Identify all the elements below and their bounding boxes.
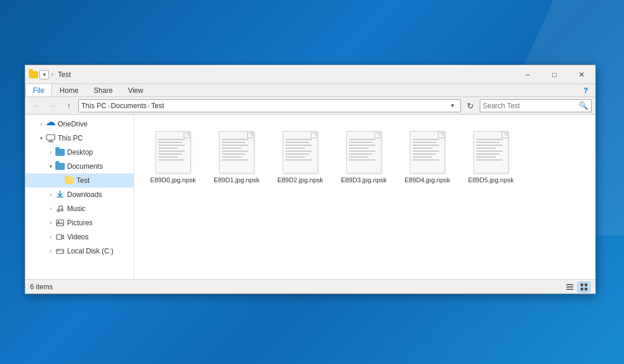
view-buttons	[563, 282, 590, 292]
breadcrumb: This PC › Documents › Test	[81, 102, 447, 110]
quick-access-icon: ▾	[39, 70, 49, 79]
svg-rect-12	[566, 289, 573, 290]
address-bar: This PC › Documents › Test ▾	[78, 99, 461, 112]
svg-rect-10	[566, 284, 573, 285]
sidebar-label-onedrive: OneDrive	[58, 120, 88, 128]
tab-share[interactable]: Share	[86, 84, 120, 96]
localdisk-icon	[55, 246, 65, 256]
up-button[interactable]: ↑	[62, 99, 76, 112]
sidebar-label-documents: Documents	[67, 162, 103, 171]
file-name-3: E89D3.jpg.npsk	[341, 176, 387, 184]
sidebar-item-test[interactable]: Test	[25, 173, 134, 188]
title-bar: ▾ › Test – □ ✕	[25, 65, 595, 84]
forward-button[interactable]: →	[45, 99, 59, 112]
view-details-button[interactable]	[563, 282, 576, 292]
file-name-1: E89D1.jpg.npsk	[214, 176, 260, 184]
expand-icon-test	[56, 176, 64, 185]
file-item[interactable]: E89D1.jpg.npsk	[207, 122, 266, 189]
breadcrumb-sep2: ›	[148, 102, 150, 109]
svg-rect-1	[49, 141, 52, 142]
file-item[interactable]: E89D2.jpg.npsk	[271, 122, 330, 189]
file-explorer-window: ▾ › Test – □ ✕ File Home Share View ? ← …	[25, 65, 596, 294]
tab-view[interactable]: View	[120, 84, 151, 96]
status-count: 6 items	[30, 283, 53, 291]
help-button[interactable]: ?	[579, 84, 593, 96]
sidebar-item-thispc[interactable]: ▾ This PC	[25, 131, 134, 145]
test-folder-icon	[64, 175, 75, 186]
sidebar-item-desktop[interactable]: › Desktop	[25, 145, 134, 159]
title-bar-icons: ▾ ›	[25, 70, 58, 79]
svg-point-9	[62, 251, 63, 252]
svg-point-4	[61, 209, 63, 211]
tab-file[interactable]: File	[25, 84, 52, 96]
refresh-button[interactable]: ↻	[463, 99, 477, 112]
breadcrumb-documents[interactable]: Documents	[111, 102, 147, 110]
window-controls: – □ ✕	[514, 65, 595, 84]
back-button[interactable]: ←	[29, 99, 43, 112]
expand-icon-documents: ▾	[47, 162, 55, 171]
sidebar-item-videos[interactable]: › Videos	[25, 230, 134, 244]
breadcrumb-test[interactable]: Test	[151, 102, 164, 110]
svg-rect-13	[580, 283, 583, 286]
svg-point-6	[58, 221, 59, 223]
sidebar-label-desktop: Desktop	[67, 148, 93, 156]
sidebar-item-localdisk[interactable]: › Local Disk (C:)	[25, 244, 134, 258]
svg-rect-5	[57, 220, 64, 226]
file-name-0: E89D0.jpg.npsk	[150, 176, 196, 184]
desktop-folder-icon	[55, 147, 65, 158]
close-button[interactable]: ✕	[568, 65, 595, 84]
expand-icon-pictures: ›	[47, 219, 55, 227]
file-icon-0	[152, 126, 194, 173]
expand-icon-thispc: ▾	[37, 134, 45, 142]
search-box: 🔍	[480, 99, 592, 112]
expand-icon-localdisk: ›	[47, 247, 55, 255]
music-icon	[55, 203, 65, 214]
svg-rect-2	[48, 142, 54, 142]
file-name-5: E89D5.jpg.npsk	[468, 176, 514, 184]
view-large-icons-button[interactable]	[577, 282, 590, 292]
maximize-button[interactable]: □	[541, 65, 568, 84]
file-grid: E89D0.jpg.npsk	[144, 122, 586, 189]
breadcrumb-sep1: ›	[108, 102, 110, 109]
file-item[interactable]: E89D0.jpg.npsk	[144, 122, 203, 189]
expand-icon-desktop: ›	[47, 148, 55, 156]
sidebar-label-test: Test	[77, 176, 89, 185]
svg-rect-15	[580, 288, 583, 290]
tab-home[interactable]: Home	[52, 84, 86, 96]
file-icon-4	[406, 126, 449, 173]
search-input[interactable]	[483, 102, 578, 110]
videos-icon	[55, 232, 65, 242]
sidebar-label-videos: Videos	[67, 233, 88, 241]
file-name-4: E89D4.jpg.npsk	[404, 176, 450, 184]
sidebar-item-pictures[interactable]: › Pictures	[25, 216, 134, 230]
pictures-icon	[55, 218, 65, 228]
address-dropdown-button[interactable]: ▾	[447, 101, 458, 111]
file-item[interactable]: E89D4.jpg.npsk	[398, 122, 457, 189]
file-item[interactable]: E89D5.jpg.npsk	[462, 122, 520, 189]
file-icon-5	[470, 126, 512, 173]
file-icon-2	[279, 126, 321, 173]
svg-rect-16	[585, 288, 588, 290]
folder-title-icon	[29, 70, 38, 79]
sidebar: › OneDrive ▾ This PC › Deskto	[25, 115, 134, 279]
sidebar-label-thispc: This PC	[58, 134, 83, 142]
svg-rect-11	[566, 286, 573, 288]
window-title: Test	[58, 71, 514, 79]
downloads-icon	[55, 189, 65, 200]
sidebar-item-documents[interactable]: ▾ Documents	[25, 159, 134, 173]
sidebar-label-downloads: Downloads	[67, 191, 102, 199]
ribbon-tabs: File Home Share View ?	[25, 84, 595, 97]
svg-rect-0	[47, 135, 55, 140]
sidebar-item-downloads[interactable]: › Downloads	[25, 188, 134, 202]
expand-icon-onedrive: ›	[37, 120, 45, 128]
sidebar-item-onedrive[interactable]: › OneDrive	[25, 117, 134, 131]
svg-rect-7	[57, 235, 62, 239]
breadcrumb-thispc[interactable]: This PC	[81, 102, 107, 110]
file-item[interactable]: E89D3.jpg.npsk	[334, 122, 393, 189]
documents-folder-icon	[55, 161, 65, 172]
sidebar-label-localdisk: Local Disk (C:)	[67, 247, 114, 255]
minimize-button[interactable]: –	[514, 65, 541, 84]
sidebar-item-music[interactable]: › Music	[25, 202, 134, 216]
expand-icon-videos: ›	[47, 233, 55, 241]
search-icon-button[interactable]: 🔍	[578, 101, 589, 111]
